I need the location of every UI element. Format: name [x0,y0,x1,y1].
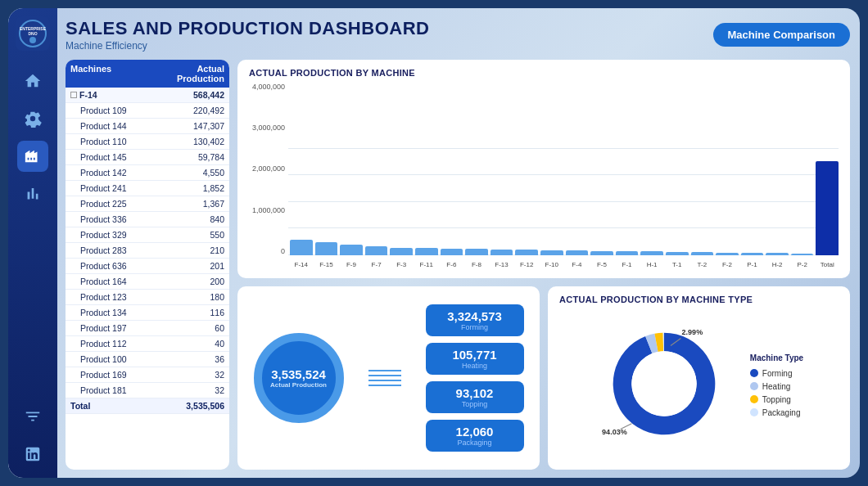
bar-group: P-1 [741,253,764,255]
x-axis-label: H-2 [772,261,783,268]
x-axis-label: F-2 [722,261,732,268]
table-row: Product 144147,307 [66,119,229,134]
flow-card-label: Forming [437,323,513,331]
legend-title: Machine Type [750,353,803,362]
flow-card-label: Topping [437,400,513,408]
flow-container: 3,535,524 Actual Production 3,324,573F [249,304,528,452]
header-title-block: SALES AND PRODUCTION DASHBOARD Machine E… [66,18,713,52]
table-row: Product 283210 [66,243,229,259]
table-header: Machines Actual Production [66,60,229,88]
donut-svg-wrap: 2.99%94.03% [594,314,734,457]
flow-card-value: 3,324,573 [437,309,513,323]
bar [766,253,789,254]
bar [365,246,388,254]
y-axis-label: 1,000,000 [252,206,288,214]
table-row: Product 16932 [66,367,229,383]
y-axis: 4,000,0003,000,0002,000,0001,000,0000 [249,83,288,255]
svg-text:94.03%: 94.03% [602,428,627,436]
svg-text:DNO: DNO [28,31,37,36]
connector-line-1 [368,370,401,371]
flow-card-value: 12,060 [437,425,513,439]
bar [816,161,839,255]
table-row: Product 109220,492 [66,103,229,119]
sidebar-item-analytics[interactable] [17,178,48,209]
x-axis-label: F-14 [295,261,308,268]
sidebar-item-home[interactable] [17,65,48,97]
bar-group: F-2 [716,253,739,255]
flow-cards: 3,324,573Forming105,771Heating93,102Topp… [426,304,524,452]
flow-card-value: 93,102 [437,386,513,400]
donut-circle: 3,535,524 Actual Production [254,333,344,423]
bar-chart-area: 4,000,0003,000,0002,000,0001,000,0000 F-… [249,83,839,270]
bar-group: F-10 [540,250,563,255]
bar [540,250,563,255]
sidebar: ENTERPRISE DNO [8,8,57,478]
x-axis-label: F-15 [319,261,332,268]
flow-card: 12,060Packaging [426,420,524,452]
legend-item: Packaging [750,408,803,417]
page-subtitle: Machine Efficiency [66,40,713,52]
legend-item: Heating [750,382,803,391]
bar-group: F-7 [365,246,388,254]
bar-group: F-8 [465,249,488,254]
bar-group: F-4 [566,250,589,255]
bar [616,251,639,255]
flow-panel: 3,535,524 Actual Production 3,324,573F [237,286,540,470]
flow-card: 93,102Topping [426,381,524,413]
right-panels: ACTUAL PRODUCTION BY MACHINE 4,000,0003,… [237,60,850,470]
connector-line-4 [368,385,401,386]
table-row: Product 10036 [66,352,229,367]
page-title: SALES AND PRODUCTION DASHBOARD [66,18,713,39]
bar [415,248,438,254]
x-axis-label: H-1 [647,261,658,268]
svg-point-3 [29,37,36,43]
bar [465,249,488,254]
sidebar-item-linkedin[interactable] [17,439,48,470]
table-row: Product 2251,367 [66,196,229,212]
bar [566,250,589,255]
table-row: Product 336840 [66,212,229,227]
table-body: F-14568,442Product 109220,492Product 144… [66,88,229,470]
bar-group: H-1 [640,251,663,254]
y-axis-label: 4,000,000 [252,83,288,91]
bar-group: F-3 [390,248,413,255]
x-axis-label: T-1 [672,261,682,268]
legend-label: Packaging [762,408,801,417]
connector-line-2 [368,375,401,376]
bar-chart-panel: ACTUAL PRODUCTION BY MACHINE 4,000,0003,… [237,60,850,278]
bar [390,248,413,255]
donut-value: 3,535,524 [270,367,327,381]
bar-group: F-1 [616,251,639,255]
bar [640,251,663,254]
bar [666,252,689,255]
legend-label: Topping [762,395,791,404]
machine-comparison-button[interactable]: Machine Comparison [713,23,850,47]
legend-dot [750,369,758,377]
table-row: Product 2411,852 [66,181,229,196]
bar-group: T-2 [691,252,714,255]
x-axis-label: P-1 [747,261,757,268]
donut-chart-panel: ACTUAL PRODUCTION BY MACHINE TYPE 2.99%9… [548,286,850,470]
bar-group: F-6 [441,249,463,255]
table-row: Product 636201 [66,259,229,274]
dashboard-grid: Machines Actual Production F-14568,442Pr… [66,60,850,470]
bottom-panels: 3,535,524 Actual Production 3,324,573F [237,286,850,470]
x-axis-label: F-12 [520,261,533,268]
svg-text:2.99%: 2.99% [681,328,703,336]
x-axis-label: F-7 [372,261,382,268]
sidebar-item-settings[interactable] [17,103,48,134]
x-axis-label: F-13 [495,261,508,268]
legend-label: Heating [762,382,790,391]
grid-line [288,227,839,228]
col-machine-header: Machines [70,64,159,83]
flow-card-label: Packaging [437,439,513,447]
header: SALES AND PRODUCTION DASHBOARD Machine E… [66,18,850,52]
bar-group: F-13 [491,250,513,255]
sidebar-item-filter[interactable] [17,401,48,432]
table-row: Product 1424,550 [66,165,229,181]
x-axis-label: Total [821,261,834,268]
bar [515,250,538,255]
main-content: SALES AND PRODUCTION DASHBOARD Machine E… [57,8,860,478]
col-production-header: Actual Production [159,64,224,83]
sidebar-item-factory[interactable] [17,141,48,172]
